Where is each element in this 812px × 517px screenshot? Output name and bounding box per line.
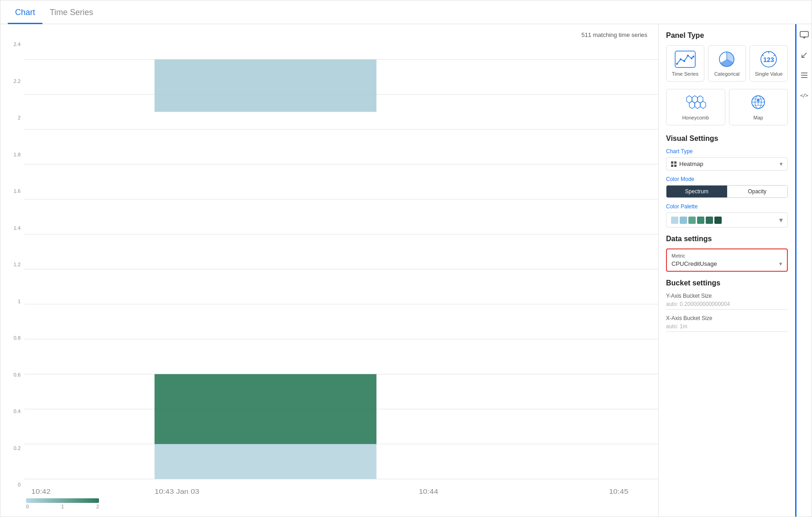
matching-series-text: 511 matching time series <box>581 31 647 38</box>
colorbar <box>26 498 99 503</box>
heatmap-grid-icon <box>671 161 677 167</box>
y-label-1_6: 1.6 <box>14 189 21 194</box>
tab-time-series[interactable]: Time Series <box>42 2 100 24</box>
panel-type-map-label: Map <box>754 115 763 120</box>
svg-rect-15 <box>155 444 377 479</box>
colorbar-mid: 1 <box>61 504 64 509</box>
color-palette-dropdown[interactable]: ▾ <box>666 212 788 227</box>
tabs-bar: Chart Time Series <box>0 0 812 24</box>
y-label-1: 1 <box>18 299 21 304</box>
monitor-svg <box>800 31 809 39</box>
panel-type-honeycomb[interactable]: Honeycomb <box>666 89 725 125</box>
chart-svg: 10:42 10:43 Jan 03 10:44 10:45 <box>24 42 658 496</box>
chart-type-chevron-icon: ▾ <box>780 160 783 167</box>
y-label-0_2: 0.2 <box>14 446 21 451</box>
panel-type-time-series[interactable]: Time Series <box>666 45 704 82</box>
code-icon[interactable]: </> <box>799 90 810 101</box>
svg-rect-14 <box>155 374 377 444</box>
chart-plot: 10:42 10:43 Jan 03 10:44 10:45 <box>24 42 658 496</box>
svg-point-22 <box>680 58 682 60</box>
color-mode-group: Spectrum Opacity <box>666 185 788 198</box>
x-axis-bucket-setting: X-Axis Bucket Size auto: 1m <box>666 315 788 332</box>
chart-type-value: Heatmap <box>679 160 703 167</box>
swatch-2 <box>680 217 687 224</box>
metric-value: CPUCreditUsage <box>671 260 717 267</box>
svg-rect-48 <box>800 31 808 37</box>
metric-value-container: CPUCreditUsage ▾ <box>671 260 782 267</box>
y-axis-bucket-label: Y-Axis Bucket Size <box>666 293 788 299</box>
honeycomb-icon <box>685 94 707 112</box>
monitor-icon[interactable] <box>799 30 810 41</box>
panel-type-grid-row2: Honeycomb Map <box>666 89 788 125</box>
svg-marker-39 <box>700 101 706 109</box>
svg-point-46 <box>757 99 760 102</box>
tab-chart[interactable]: Chart <box>8 2 42 24</box>
y-label-1_2: 1.2 <box>14 262 21 267</box>
panel-type-map[interactable]: Map <box>729 89 788 125</box>
y-axis-bucket-setting: Y-Axis Bucket Size auto: 0.2000000000000… <box>666 293 788 310</box>
chart-header: 511 matching time series <box>8 31 658 38</box>
metric-box[interactable]: Metric CPUCreditUsage ▾ <box>666 248 788 272</box>
panel-type-grid-row1: Time Series Categorical <box>666 45 788 82</box>
single-value-icon: 123 <box>758 50 780 68</box>
color-mode-label: Color Mode <box>666 176 788 182</box>
color-palette-label: Color Palette <box>666 203 788 210</box>
svg-point-24 <box>687 55 689 57</box>
panel-type-categorical-label: Categorical <box>714 71 740 77</box>
x-axis-bucket-value: auto: 1m <box>666 323 788 332</box>
svg-line-33 <box>774 55 775 56</box>
chart-type-dropdown[interactable]: Heatmap ▾ <box>666 157 788 171</box>
y-label-0_6: 0.6 <box>14 372 21 377</box>
color-mode-opacity[interactable]: Opacity <box>727 186 788 197</box>
metric-chevron-icon: ▾ <box>779 260 782 267</box>
y-label-2_4: 2.4 <box>14 42 21 47</box>
y-label-2: 2 <box>18 115 21 120</box>
panel-type-categorical[interactable]: Categorical <box>708 45 746 82</box>
svg-point-23 <box>683 60 685 62</box>
y-axis: 2.4 2.2 2 1.8 1.6 1.4 1.2 1 0.8 0.6 0.4 … <box>8 42 24 496</box>
colorbar-section: 0 1 2 <box>8 496 658 509</box>
svg-text:123: 123 <box>763 56 774 63</box>
arrow-svg <box>800 51 808 59</box>
y-label-2_2: 2.2 <box>14 79 21 84</box>
panel-type-single-value[interactable]: 123 Single Value <box>750 45 788 82</box>
chart-type-label: Chart Type <box>666 148 788 155</box>
svg-point-26 <box>692 56 694 57</box>
categorical-icon <box>716 50 738 68</box>
map-icon <box>747 94 769 112</box>
swatch-1 <box>671 217 678 224</box>
chart-type-value-container: Heatmap <box>671 160 703 167</box>
swatch-5 <box>706 217 713 224</box>
svg-line-34 <box>762 55 764 56</box>
chart-wrapper: 2.4 2.2 2 1.8 1.6 1.4 1.2 1 0.8 0.6 0.4 … <box>8 42 658 496</box>
swatch-4 <box>697 217 704 224</box>
list-svg <box>800 72 808 79</box>
color-mode-spectrum[interactable]: Spectrum <box>666 186 727 197</box>
panel-type-title: Panel Type <box>666 31 788 40</box>
far-right-sidebar: </> <box>795 24 812 517</box>
swatch-3 <box>688 217 696 224</box>
visual-settings-title: Visual Settings <box>666 134 788 143</box>
svg-marker-40 <box>687 96 692 103</box>
svg-text:10:42: 10:42 <box>31 488 50 495</box>
colorbar-labels: 0 1 2 <box>26 504 99 509</box>
bucket-settings-title: Bucket settings <box>666 279 788 287</box>
y-label-1_8: 1.8 <box>14 152 21 157</box>
svg-point-25 <box>691 57 692 59</box>
colorbar-max: 2 <box>96 504 99 509</box>
x-axis-bucket-label: X-Axis Bucket Size <box>666 315 788 321</box>
metric-label: Metric <box>671 253 782 258</box>
content-area: 511 matching time series 2.4 2.2 2 1.8 1… <box>0 24 812 517</box>
y-label-1_4: 1.4 <box>14 226 21 231</box>
list-icon[interactable] <box>799 70 810 81</box>
y-label-0_8: 0.8 <box>14 336 21 341</box>
svg-point-21 <box>676 63 678 65</box>
svg-rect-13 <box>155 59 377 112</box>
panel-type-single-value-label: Single Value <box>755 71 783 77</box>
arrow-icon[interactable] <box>799 50 810 61</box>
swatch-6 <box>714 217 722 224</box>
data-settings-title: Data settings <box>666 235 788 243</box>
svg-text:10:43 Jan 03: 10:43 Jan 03 <box>155 488 199 495</box>
y-label-0_4: 0.4 <box>14 409 21 414</box>
palette-chevron-icon: ▾ <box>779 216 783 224</box>
